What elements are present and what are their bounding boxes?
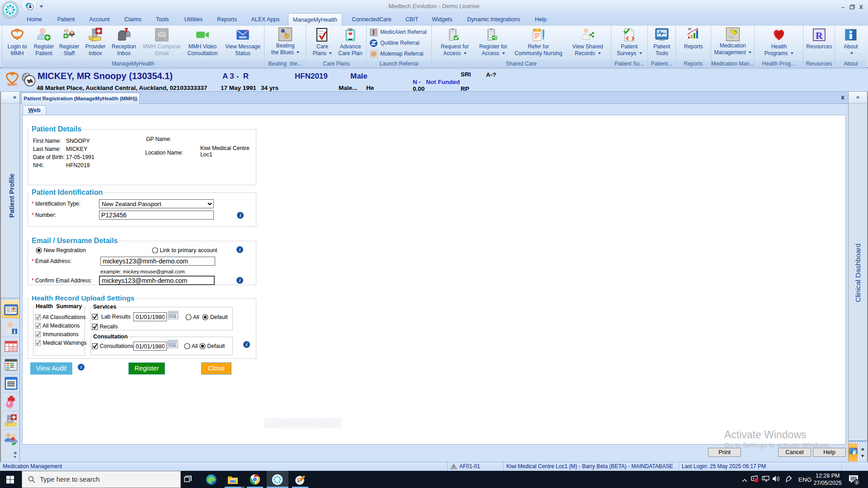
svg-text:MAIL: MAIL	[159, 38, 165, 41]
svg-text:?: ?	[245, 29, 248, 35]
svg-text:1: 1	[855, 480, 858, 485]
svg-text:MMH: MMH	[8, 82, 17, 86]
svg-text:MMH: MMH	[14, 36, 21, 39]
svg-text:MMH: MMH	[239, 36, 247, 39]
svg-text:R: R	[816, 30, 823, 41]
